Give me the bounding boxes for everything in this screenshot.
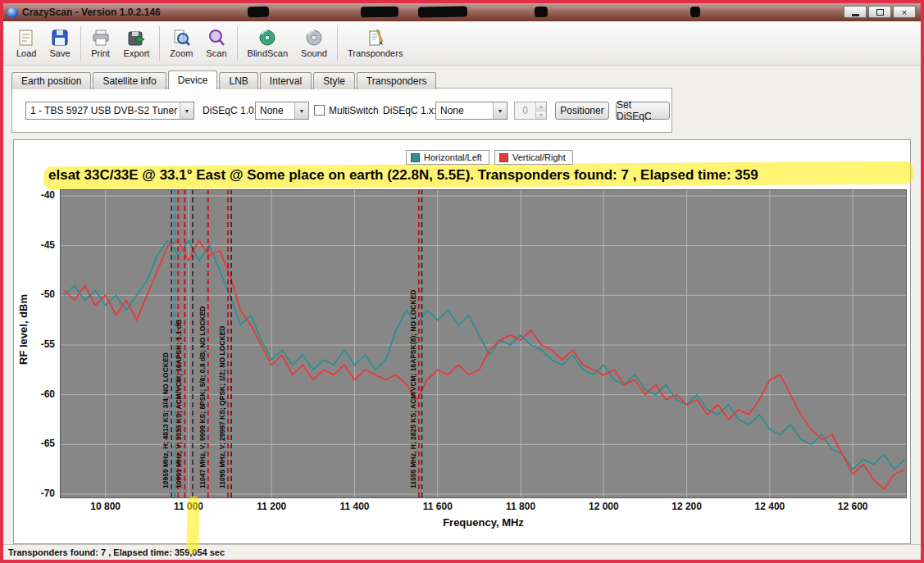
sound-button[interactable]: Sound (294, 25, 334, 61)
minimize-icon (852, 14, 859, 16)
print-label: Print (91, 48, 110, 58)
export-label: Export (124, 48, 150, 58)
diseqc1x-label: DiSEqC 1.x: (383, 105, 436, 116)
stepper-up-icon[interactable]: ▲ (536, 102, 546, 111)
toolbar-separator (337, 26, 338, 61)
diseqc10-select[interactable]: None ▼ (255, 102, 309, 120)
toolbar-separator (80, 26, 81, 61)
tab-interval[interactable]: Interval (260, 72, 312, 89)
transponders-icon (366, 28, 385, 48)
transponders-button[interactable]: Transponders (341, 25, 409, 61)
minimize-button[interactable] (844, 6, 867, 18)
multiswitch-checkbox[interactable] (314, 105, 325, 116)
multiswitch-label: MultiSwitch (329, 105, 379, 116)
x-tick-label: 12 600 (824, 501, 881, 512)
export-button[interactable]: Export (117, 25, 157, 61)
toolbar-separator (159, 26, 160, 61)
legend-label-horizontal-left: Horizontal/Left (424, 152, 482, 162)
stepper-down-icon[interactable]: ▼ (536, 111, 546, 120)
diseqc1x-select[interactable]: None ▼ (435, 102, 508, 120)
close-button[interactable]: × (893, 6, 916, 18)
toolbar: Load Save Print Export Zoom Scan BlindSc… (3, 21, 921, 66)
position-stepper[interactable]: 0 ▲▼ (514, 102, 547, 120)
tab-lnb[interactable]: LNB (219, 72, 257, 89)
device-tab-page: 1 - TBS 5927 USB DVB-S2 Tuner ▼ DiSEqC 1… (11, 88, 672, 133)
print-icon (91, 28, 111, 48)
load-button[interactable]: Load (10, 25, 43, 61)
sound-icon (304, 28, 324, 48)
diseqc10-label: DiSEqC 1.0: (203, 105, 257, 116)
zoom-button[interactable]: Zoom (163, 25, 199, 61)
status-bar: Transponders found: 7 , Elapsed time: 35… (3, 544, 921, 560)
print-button[interactable]: Print (84, 25, 117, 61)
redaction-mark (535, 7, 548, 17)
x-tick-label: 10 800 (77, 501, 134, 512)
scan-button[interactable]: Scan (199, 25, 233, 61)
app-window: CrazyScan - Version 1.0.2.146 × Load Sav… (0, 0, 924, 563)
legend-item-vertical-right[interactable]: Vertical/Right (494, 150, 573, 165)
legend-label-vertical-right: Vertical/Right (512, 152, 566, 162)
scan-label: Scan (206, 48, 226, 58)
stepper-arrows: ▲▼ (535, 102, 546, 119)
close-icon: × (902, 7, 907, 17)
load-icon (16, 28, 36, 48)
x-tick-label: 12 000 (575, 501, 632, 512)
tuner-select[interactable]: 1 - TBS 5927 USB DVB-S2 Tuner ▼ (25, 102, 194, 120)
tab-device[interactable]: Device (168, 70, 218, 89)
save-label: Save (49, 48, 70, 58)
transponders-label: Transponders (348, 48, 403, 58)
blindscan-icon (257, 28, 277, 48)
load-label: Load (16, 48, 36, 58)
yellow-highlighter-vertical-mark (186, 496, 200, 553)
zoom-icon (171, 28, 191, 48)
legend-swatch-vertical-right (499, 153, 508, 162)
x-tick-label: 11 200 (243, 501, 300, 512)
export-icon (126, 28, 146, 48)
x-tick-label: 12 200 (658, 501, 716, 512)
tab-style[interactable]: Style (313, 72, 355, 89)
sound-label: Sound (301, 48, 327, 58)
redaction-mark (690, 7, 700, 17)
chevron-down-icon: ▼ (493, 102, 507, 119)
chevron-down-icon: ▼ (294, 102, 308, 119)
maximize-icon (876, 9, 884, 16)
diseqc1x-select-value: None (440, 105, 464, 116)
x-tick-label: 12 400 (741, 501, 799, 512)
titlebar: CrazyScan - Version 1.0.2.146 × (3, 3, 921, 21)
scan-icon (207, 28, 226, 48)
position-stepper-value: 0 (515, 102, 535, 119)
tab-strip: Earth position Satellite info Device LNB… (11, 69, 438, 89)
legend-item-horizontal-left[interactable]: Horizontal/Left (406, 150, 489, 165)
x-tick-label: 11 400 (326, 501, 384, 512)
redaction-mark (418, 6, 467, 17)
maximize-button[interactable] (868, 6, 891, 18)
blindscan-label: BlindScan (248, 48, 289, 58)
redaction-mark (248, 7, 269, 17)
chart-legend: Horizontal/Left Vertical/Right (406, 150, 573, 165)
positioner-button[interactable]: Positioner (555, 102, 609, 120)
tab-earth-position[interactable]: Earth position (11, 72, 91, 89)
x-tick-label: 11 600 (409, 501, 467, 512)
toolbar-separator (237, 26, 238, 61)
blindscan-button[interactable]: BlindScan (241, 25, 295, 61)
x-axis-ticks: 10 80011 00011 20011 40011 60011 80012 0… (14, 140, 910, 543)
tab-transponders[interactable]: Transponders (357, 72, 437, 89)
set-diseqc-button[interactable]: Set DiSEqC (616, 102, 670, 120)
redaction-mark (361, 7, 398, 18)
zoom-label: Zoom (170, 48, 193, 58)
legend-swatch-horizontal-left (411, 153, 420, 162)
x-tick-label: 11 800 (492, 501, 549, 512)
window-controls: × (844, 6, 916, 18)
spectrum-chart-panel: Horizontal/Left Vertical/Right elsat 33C… (13, 139, 911, 544)
tab-satellite-info[interactable]: Satellite info (93, 72, 166, 89)
save-button[interactable]: Save (43, 25, 76, 61)
save-icon (50, 28, 70, 48)
diseqc10-select-value: None (260, 105, 284, 116)
chevron-down-icon: ▼ (180, 102, 193, 119)
window-title: CrazyScan - Version 1.0.2.146 (22, 7, 161, 18)
app-icon (7, 7, 18, 18)
tuner-select-value: 1 - TBS 5927 USB DVB-S2 Tuner (30, 105, 177, 116)
